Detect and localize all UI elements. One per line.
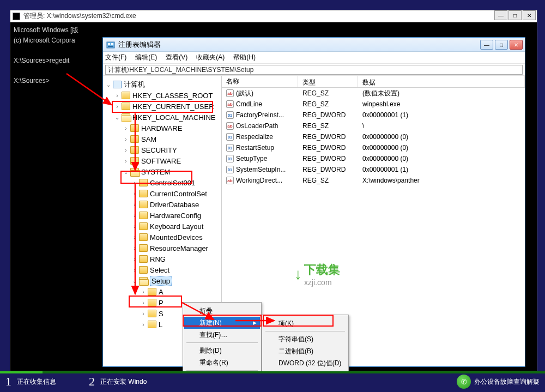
tree-node[interactable]: CurrentControlSet: [150, 190, 207, 198]
menu-item[interactable]: 重命名(R): [184, 357, 260, 369]
tree-node[interactable]: HKEY_CURRENT_USER: [132, 102, 214, 111]
tree-node-hklm[interactable]: HKEY_LOCAL_MACHINE: [132, 113, 215, 122]
value-row[interactable]: WorkingDirect... REG_SZ X:\windows\panth…: [222, 175, 525, 186]
expander-icon[interactable]: ›: [123, 136, 129, 142]
menu-edit[interactable]: 编辑(E): [135, 53, 157, 62]
value-data: 0x00000001 (1): [358, 111, 525, 119]
tree-node[interactable]: SYSTEM: [141, 168, 170, 176]
expander-icon[interactable]: ›: [131, 234, 138, 240]
regedit-address-input[interactable]: [105, 65, 523, 75]
expander-icon[interactable]: ›: [140, 321, 147, 328]
expander-icon[interactable]: ›: [140, 310, 147, 317]
menu-item[interactable]: 查找(F)…: [184, 329, 260, 341]
regedit-close-button[interactable]: ✕: [510, 40, 523, 50]
value-row[interactable]: SystemSetupIn... REG_DWORD 0x00000001 (1…: [222, 164, 525, 175]
values-header: 名称 类型 数据: [222, 76, 525, 88]
expander-icon[interactable]: ›: [131, 267, 138, 273]
regedit-max-button[interactable]: □: [495, 40, 508, 50]
tree-root[interactable]: 计算机: [124, 80, 145, 89]
regedit-menubar: 文件(F) 编辑(E) 查看(V) 收藏夹(A) 帮助(H): [103, 52, 525, 64]
expander-icon[interactable]: ›: [131, 201, 138, 208]
tree-node[interactable]: L: [159, 321, 162, 329]
tree-node-setup[interactable]: Setup: [150, 276, 172, 286]
value-data: winpeshl.exe: [358, 100, 525, 108]
cmd-max-button[interactable]: □: [508, 10, 522, 20]
expander-icon[interactable]: ›: [123, 125, 129, 131]
tree-node[interactable]: P: [159, 299, 164, 307]
tree-node[interactable]: HKEY_CLASSES_ROOT: [132, 92, 213, 100]
value-row[interactable]: Respecialize REG_DWORD 0x00000000 (0): [222, 131, 525, 142]
step-number-1: 1: [5, 375, 11, 389]
value-type: REG_DWORD: [298, 133, 358, 141]
tree-node[interactable]: SOFTWARE: [141, 157, 181, 165]
regedit-min-button[interactable]: —: [480, 40, 493, 50]
tree-node[interactable]: SAM: [141, 135, 156, 143]
expander-icon[interactable]: ›: [131, 245, 138, 251]
folder-icon: [122, 92, 130, 99]
menu-item[interactable]: 折叠: [184, 305, 260, 317]
folder-icon: [148, 310, 156, 317]
tree-node[interactable]: SECURITY: [141, 146, 177, 154]
tree-node[interactable]: A: [159, 288, 164, 296]
menu-fav[interactable]: 收藏夹(A): [196, 53, 225, 62]
svg-rect-0: [107, 42, 114, 48]
expander-icon[interactable]: ›: [114, 92, 120, 99]
value-row[interactable]: CmdLine REG_SZ winpeshl.exe: [222, 99, 525, 110]
expander-icon[interactable]: ⌄: [131, 278, 138, 284]
string-value-icon: [226, 89, 234, 97]
expander-icon[interactable]: ›: [131, 212, 138, 219]
cmd-titlebar[interactable]: 管理员: X:\windows\system32\cmd.exe — □ ✕: [10, 10, 537, 22]
tree-node[interactable]: S: [159, 310, 164, 318]
value-type: REG_DWORD: [298, 155, 358, 162]
menu-separator: [186, 342, 258, 343]
value-data: 0x00000000 (0): [358, 133, 525, 141]
menu-help[interactable]: 帮助(H): [233, 53, 256, 62]
menu-view[interactable]: 查看(V): [166, 53, 187, 62]
tree-node[interactable]: HardwareConfig: [150, 212, 201, 220]
col-type[interactable]: 类型: [298, 76, 358, 87]
menu-item[interactable]: 字符串值(S): [263, 333, 347, 345]
menu-item[interactable]: 删除(D): [184, 345, 260, 357]
menu-item[interactable]: 二进制值(B): [263, 345, 347, 357]
expander-icon[interactable]: ›: [123, 147, 129, 153]
tree-node[interactable]: ControlSet001: [150, 179, 195, 187]
tree-node[interactable]: Keyboard Layout: [150, 222, 203, 231]
menu-item[interactable]: 新建(N): [184, 317, 260, 329]
menu-item[interactable]: DWORD (32 位)值(D): [263, 357, 347, 369]
expander-icon[interactable]: ›: [140, 299, 147, 306]
tree-node[interactable]: RNG: [150, 255, 166, 263]
menu-file[interactable]: 文件(F): [105, 53, 126, 62]
value-name: SystemSetupIn...: [236, 166, 286, 173]
tree-node[interactable]: ResourceManager: [150, 244, 208, 252]
value-row[interactable]: FactoryPreInst... REG_DWORD 0x00000001 (…: [222, 110, 525, 120]
value-row[interactable]: (默认) REG_SZ (数值未设置): [222, 88, 525, 99]
value-row[interactable]: OsLoaderPath REG_SZ \: [222, 120, 525, 131]
string-value-icon: [226, 122, 234, 130]
expander-icon[interactable]: ⌄: [123, 168, 129, 175]
expander-icon[interactable]: ›: [131, 190, 138, 197]
expander-icon[interactable]: ⌄: [114, 114, 120, 120]
expander-icon[interactable]: ›: [131, 256, 138, 262]
menu-separator: [265, 331, 345, 331]
cmd-icon: [13, 13, 20, 20]
value-row[interactable]: RestartSetup REG_DWORD 0x00000000 (0): [222, 142, 525, 153]
tree-node[interactable]: Select: [150, 266, 169, 274]
wechat-icon: ✆: [457, 375, 471, 389]
tree-node[interactable]: DriverDatabase: [150, 201, 199, 209]
cmd-min-button[interactable]: —: [494, 10, 507, 20]
expander-icon[interactable]: ›: [114, 103, 120, 110]
tree-node[interactable]: MountedDevices: [150, 233, 203, 242]
expander-icon[interactable]: ›: [131, 179, 138, 186]
cmd-close-button[interactable]: ✕: [523, 10, 536, 20]
value-row[interactable]: SetupType REG_DWORD 0x00000000 (0): [222, 153, 525, 164]
menu-item[interactable]: 项(K): [263, 317, 347, 329]
expander-icon[interactable]: ›: [123, 158, 129, 164]
tree-node[interactable]: HARDWARE: [141, 124, 182, 132]
col-name[interactable]: 名称: [222, 76, 298, 87]
regedit-titlebar[interactable]: 注册表编辑器 — □ ✕: [103, 38, 525, 52]
expander-icon[interactable]: ›: [140, 288, 147, 295]
col-data[interactable]: 数据: [358, 76, 525, 87]
expander-icon[interactable]: ⌄: [105, 81, 112, 88]
expander-icon[interactable]: ›: [131, 223, 138, 230]
folder-icon: [130, 157, 139, 165]
